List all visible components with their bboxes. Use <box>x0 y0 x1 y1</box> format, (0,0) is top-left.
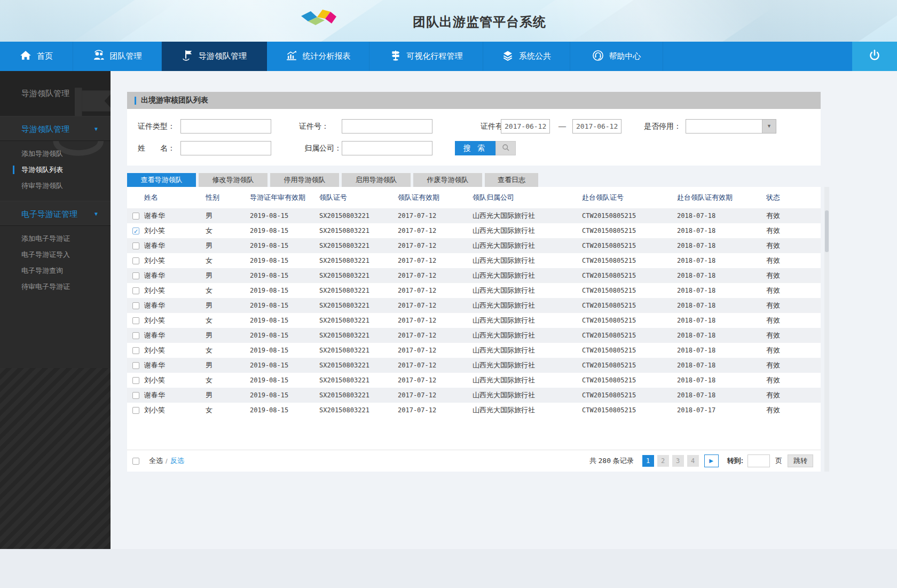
signpost-icon <box>390 50 402 63</box>
invert-selection-link[interactable]: 反选 <box>170 456 184 466</box>
row-checkbox[interactable] <box>132 407 139 414</box>
next-page-button[interactable]: ▶ <box>704 454 719 467</box>
company-input[interactable] <box>342 141 432 155</box>
sidebar-item-电子导游证导入[interactable]: 电子导游证导入 <box>0 247 111 263</box>
panel-header: 出境游审核团队列表 <box>127 92 821 109</box>
cell-company: 山西光大国际旅行社 <box>473 271 582 280</box>
sidebar-item-电子导游查询[interactable]: 电子导游查询 <box>0 263 111 279</box>
sidebar-group-1[interactable]: 导游领队管理▼ <box>0 116 111 141</box>
cert-type-input[interactable] <box>180 119 271 134</box>
cell-tw_valid: 2018-07-18 <box>677 257 766 264</box>
select-all-checkbox[interactable] <box>132 458 139 465</box>
select-all-label[interactable]: 全选 <box>149 456 163 466</box>
cell-leader_no: SX20150803221 <box>319 406 398 414</box>
top-header: 团队出游监管平台系统 <box>0 0 897 42</box>
sidebar-item-添加电子导游证[interactable]: 添加电子导游证 <box>0 231 111 247</box>
cell-tw_no: CTW20150805215 <box>582 317 677 324</box>
nav-item-3[interactable]: 导游领队管理 <box>162 42 267 71</box>
date-to-input[interactable] <box>572 119 621 134</box>
jump-button[interactable]: 跳转 <box>788 454 813 467</box>
tab-查看日志[interactable]: 查看日志 <box>485 173 538 187</box>
row-checkbox[interactable] <box>132 332 139 339</box>
cell-company: 山西光大国际旅行社 <box>473 211 582 221</box>
row-checkbox[interactable]: ✓ <box>132 228 139 234</box>
nav-item-5[interactable]: 可视化行程管理 <box>369 42 483 71</box>
row-checkbox[interactable] <box>132 272 139 279</box>
row-checkbox[interactable] <box>132 392 139 399</box>
goto-label: 转到: <box>727 456 743 466</box>
page-button-1[interactable]: 1 <box>642 455 654 467</box>
logout-button[interactable] <box>852 42 897 71</box>
date-from-input[interactable] <box>501 119 550 134</box>
total-count: 280 <box>599 457 611 465</box>
tab-启用导游领队[interactable]: 启用导游领队 <box>342 173 411 187</box>
nav-item-1[interactable]: 首页 <box>0 42 73 71</box>
cell-leader_no: SX20150803221 <box>319 212 398 219</box>
sidebar-group-items: 添加导游领队导游领队列表待审导游领队 <box>0 141 111 201</box>
row-checkbox[interactable] <box>132 302 139 309</box>
caret-down-icon: ▼ <box>93 201 99 226</box>
goto-page-input[interactable] <box>748 454 770 467</box>
row-checkbox[interactable] <box>132 377 139 384</box>
cell-tw_valid: 2018-07-18 <box>677 212 766 219</box>
search-button[interactable]: 搜 索 <box>455 141 495 155</box>
sidebar-item-导游领队列表[interactable]: 导游领队列表 <box>0 162 111 178</box>
row-checkbox[interactable] <box>132 347 139 354</box>
tab-作废导游领队[interactable]: 作废导游领队 <box>413 173 482 187</box>
column-header-领队证有效期: 领队证有效期 <box>398 193 473 202</box>
cell-tw_no: CTW20150805215 <box>582 257 677 264</box>
cell-leader_no: SX20150803221 <box>319 302 398 309</box>
cell-leader_valid: 2017-07-12 <box>398 362 473 369</box>
tab-停用导游领队[interactable]: 停用导游领队 <box>270 173 339 187</box>
nav-item-2[interactable]: 团队管理 <box>73 42 162 71</box>
cell-guide_cert_valid: 2019-08-15 <box>250 227 319 234</box>
cert-no-input[interactable] <box>342 119 432 134</box>
action-tabs: 查看导游领队修改导游领队停用导游领队启用导游领队作废导游领队查看日志 <box>127 173 821 187</box>
search-icon-button[interactable] <box>495 141 516 155</box>
row-checkbox[interactable] <box>132 242 139 249</box>
scrollbar-thumb[interactable] <box>825 210 829 252</box>
cell-guide_cert_valid: 2019-08-15 <box>250 212 319 219</box>
row-checkbox[interactable] <box>132 287 139 294</box>
sidebar-item-待审导游领队[interactable]: 待审导游领队 <box>0 178 111 194</box>
row-checkbox-cell <box>127 272 144 279</box>
row-checkbox[interactable] <box>132 257 139 264</box>
sidebar-item-添加导游领队[interactable]: 添加导游领队 <box>0 146 111 162</box>
tab-查看导游领队[interactable]: 查看导游领队 <box>127 173 196 187</box>
cell-gender: 男 <box>206 271 250 280</box>
cell-leader_no: SX20150803221 <box>319 242 398 249</box>
nav-item-label: 系统公共 <box>519 51 551 61</box>
cell-status: 有效 <box>766 360 821 370</box>
name-input[interactable] <box>180 141 271 155</box>
cell-leader_valid: 2017-07-12 <box>398 377 473 384</box>
tab-修改导游领队[interactable]: 修改导游领队 <box>199 173 267 187</box>
table-row: ✓刘小笑女2019-08-15SX201508032212017-07-12山西… <box>127 223 821 238</box>
row-checkbox[interactable] <box>132 317 139 324</box>
nav-item-7[interactable]: 帮助中心 <box>570 42 663 71</box>
cell-gender: 女 <box>206 375 250 385</box>
row-checkbox[interactable] <box>132 362 139 369</box>
sidebar-item-待审电子导游证[interactable]: 待审电子导游证 <box>0 279 111 295</box>
cell-company: 山西光大国际旅行社 <box>473 405 582 415</box>
row-checkbox-cell <box>127 257 144 264</box>
disabled-label: 是否停用： <box>644 119 681 134</box>
nav-item-4[interactable]: 统计分析报表 <box>267 42 369 71</box>
page-button-2[interactable]: 2 <box>657 455 669 467</box>
cell-leader_no: SX20150803221 <box>319 257 398 264</box>
row-checkbox[interactable] <box>132 213 139 219</box>
page-button-4[interactable]: 4 <box>687 455 699 467</box>
sidebar-group-2[interactable]: 电子导游证管理▼ <box>0 201 111 226</box>
company-label: 归属公司： <box>304 141 342 155</box>
cell-company: 山西光大国际旅行社 <box>473 301 582 310</box>
table-row: 刘小笑女2019-08-15SX201508032212017-07-12山西光… <box>127 313 821 328</box>
disabled-select[interactable]: ▼ <box>686 119 776 134</box>
cell-status: 有效 <box>766 241 821 250</box>
nav-item-6[interactable]: 系统公共 <box>483 42 570 71</box>
row-checkbox-cell <box>127 317 144 324</box>
cell-leader_valid: 2017-07-12 <box>398 257 473 264</box>
row-checkbox-cell <box>127 287 144 294</box>
row-checkbox-cell <box>127 347 144 354</box>
row-checkbox-cell <box>127 377 144 384</box>
table-scrollbar[interactable] <box>824 187 829 472</box>
page-button-3[interactable]: 3 <box>672 455 684 467</box>
